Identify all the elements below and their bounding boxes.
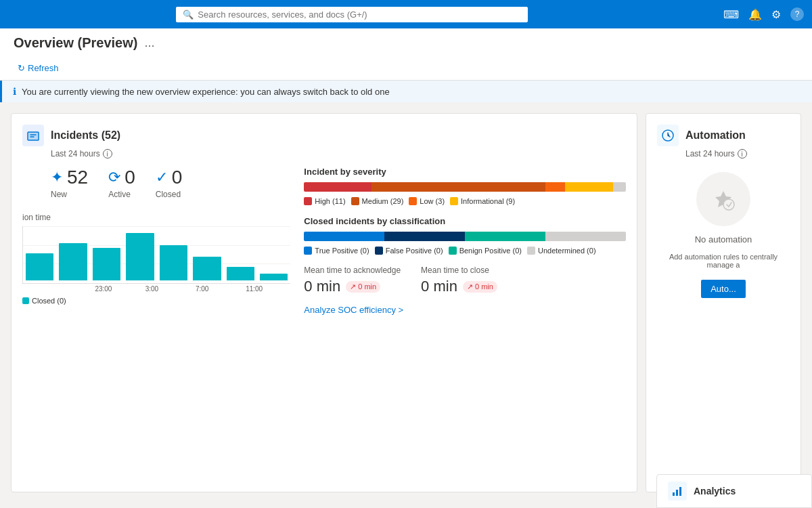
incidents-title: Incidents (52): [51, 129, 120, 142]
search-input[interactable]: [198, 9, 521, 20]
classification-bar: [304, 232, 626, 241]
bp-legend-item: Benign Positive (0): [449, 247, 522, 255]
refresh-button[interactable]: ↻ Refresh: [14, 60, 63, 76]
medium-legend-item: Medium (29): [351, 197, 404, 205]
chart-x-labels: 23:00 3:00 7:00 11:00: [22, 285, 290, 293]
bar-chart-container: [22, 226, 290, 284]
toolbar: ↻ Refresh: [14, 56, 798, 80]
automation-button[interactable]: Auto...: [701, 280, 746, 298]
bar: [26, 253, 53, 280]
fp-bar: [384, 232, 465, 241]
automation-info-icon[interactable]: i: [738, 149, 747, 158]
bar: [93, 248, 120, 280]
new-label: New: [51, 190, 88, 199]
active-label: Active: [108, 190, 135, 199]
incidents-stats: ✦ 52 New ⟳ 0 Active ✓: [51, 167, 290, 199]
analytics-icon: [668, 482, 687, 501]
automation-empty-text: No automation: [695, 234, 752, 245]
ud-legend-item: Undetermined (0): [527, 247, 596, 255]
svg-rect-6: [679, 487, 681, 496]
tp-dot: [304, 247, 312, 255]
analyze-link[interactable]: Analyze SOC efficiency >: [304, 305, 403, 315]
bar: [193, 257, 221, 280]
closed-count-row: ✓ 0: [156, 167, 183, 188]
automation-empty-state: No automation Add automation rules to ce…: [657, 172, 790, 298]
mean-close-badge: ↗ 0 min: [463, 281, 497, 293]
incidents-right-panel: Incident by severity High (11): [304, 167, 626, 316]
page-title: Overview (Preview): [14, 35, 137, 51]
severity-info-bar: [565, 182, 613, 192]
mean-close-item: Mean time to close 0 min ↗ 0 min: [421, 266, 497, 295]
incidents-left-panel: ✦ 52 New ⟳ 0 Active ✓: [22, 167, 290, 316]
incidents-card: Incidents (52) Last 24 hours i ✦ 52 New: [11, 113, 637, 492]
low-legend-item: Low (3): [409, 197, 445, 205]
mean-time-row: Mean time to acknowledge 0 min ↗ 0 min M…: [304, 266, 626, 295]
incidents-card-header: Incidents (52): [22, 125, 626, 146]
info-banner: ℹ You are currently viewing the new over…: [0, 81, 812, 102]
bp-dot: [449, 247, 457, 255]
bell-icon[interactable]: 🔔: [748, 8, 762, 21]
gear-icon[interactable]: ⚙: [771, 8, 781, 21]
fp-dot: [375, 247, 383, 255]
mean-close-value-row: 0 min ↗ 0 min: [421, 278, 497, 295]
new-count: 52: [67, 167, 88, 188]
tp-bar: [304, 232, 384, 241]
active-stat: ⟳ 0 Active: [108, 167, 135, 199]
svg-point-3: [723, 199, 734, 210]
fp-legend-item: False Positive (0): [375, 247, 443, 255]
tp-legend-item: True Positive (0): [304, 247, 369, 255]
automation-title: Automation: [685, 129, 746, 142]
severity-high-bar: [304, 182, 371, 192]
severity-title: Incident by severity: [304, 167, 626, 177]
mean-ack-value-row: 0 min ↗ 0 min: [304, 278, 401, 295]
mean-ack-item: Mean time to acknowledge 0 min ↗ 0 min: [304, 266, 401, 295]
svg-rect-5: [676, 490, 678, 496]
main-content: Incidents (52) Last 24 hours i ✦ 52 New: [0, 102, 812, 503]
automation-subtitle: Last 24 hours i: [685, 149, 790, 158]
info-legend-item: Informational (9): [450, 197, 515, 205]
page-options-menu[interactable]: ...: [144, 36, 154, 50]
automation-icon: [657, 125, 679, 146]
analytics-title: Analytics: [694, 486, 736, 496]
ud-bar: [545, 232, 626, 241]
incidents-subtitle: Last 24 hours i: [51, 149, 626, 158]
severity-low-bar: [545, 182, 565, 192]
svg-rect-0: [28, 132, 39, 140]
help-icon[interactable]: ?: [790, 7, 804, 21]
x-label-2300: 23:00: [95, 285, 139, 293]
x-label-0700: 7:00: [196, 285, 240, 293]
incidents-icon: [22, 125, 44, 146]
high-dot: [304, 197, 312, 205]
classification-legend: True Positive (0) False Positive (0) Ben…: [304, 247, 626, 255]
new-stat: ✦ 52 New: [51, 167, 88, 199]
bar: [260, 274, 288, 280]
severity-bar: [304, 182, 626, 192]
medium-dot: [351, 197, 359, 205]
x-label-0300: 3:00: [145, 285, 190, 293]
top-navigation: 🔍 ⌨ 🔔 ⚙ ?: [0, 0, 812, 28]
ud-dot: [527, 247, 535, 255]
bar-chart: [23, 226, 290, 280]
bar: [126, 233, 154, 280]
active-count: 0: [125, 167, 135, 188]
search-icon: 🔍: [183, 9, 194, 20]
x-label-1100: 11:00: [246, 285, 290, 293]
closed-label: Closed: [156, 190, 183, 199]
info-dot: [450, 197, 458, 205]
info-icon: ℹ: [13, 86, 16, 97]
page-header: Overview (Preview) ... ↻ Refresh: [0, 28, 812, 81]
low-dot: [409, 197, 417, 205]
refresh-icon: ↻: [18, 63, 25, 73]
new-count-row: ✦ 52: [51, 167, 88, 188]
chart-title: ion time: [22, 213, 290, 222]
incidents-info-icon[interactable]: i: [103, 149, 112, 158]
bar: [59, 243, 87, 280]
closed-stat: ✓ 0 Closed: [156, 167, 183, 199]
automation-empty-icon: [696, 172, 750, 226]
mean-ack-label: Mean time to acknowledge: [304, 266, 401, 275]
closed-legend-dot: [22, 297, 29, 304]
terminal-icon[interactable]: ⌨: [723, 8, 739, 21]
severity-none-bar: [613, 182, 626, 192]
bar: [160, 245, 187, 280]
search-bar[interactable]: 🔍: [176, 7, 528, 22]
